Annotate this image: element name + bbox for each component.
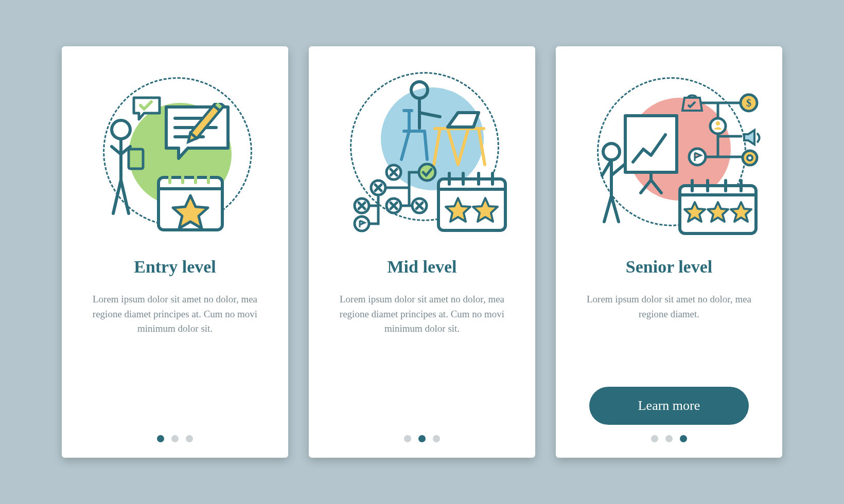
svg-rect-21 bbox=[438, 179, 505, 230]
calendar-2star-icon bbox=[435, 170, 509, 234]
svg-point-32 bbox=[716, 121, 720, 125]
dot-2[interactable] bbox=[171, 435, 179, 442]
person-clipboard-icon bbox=[100, 118, 149, 216]
calendar-3star-icon bbox=[677, 177, 759, 237]
dot-1[interactable] bbox=[651, 435, 658, 442]
dot-2[interactable] bbox=[418, 435, 426, 442]
card-description: Lorem ipsum dolor sit amet no dolor, mea… bbox=[576, 292, 762, 387]
calendar-1star-icon bbox=[154, 167, 226, 234]
org-chart-icon: $ bbox=[677, 90, 762, 180]
illustration-mid bbox=[329, 67, 515, 237]
svg-point-13 bbox=[411, 82, 428, 98]
speech-write-icon bbox=[162, 103, 244, 170]
presenter-icon bbox=[592, 111, 679, 224]
page-indicator bbox=[651, 435, 687, 442]
card-description: Lorem ipsum dolor sit amet no dolor, mea… bbox=[82, 292, 268, 435]
svg-point-35 bbox=[747, 155, 752, 160]
person-desk-icon bbox=[378, 80, 491, 170]
page-indicator bbox=[404, 435, 440, 442]
decision-tree-icon bbox=[347, 162, 440, 234]
svg-point-31 bbox=[710, 118, 726, 134]
dot-3[interactable] bbox=[433, 435, 440, 442]
svg-rect-28 bbox=[625, 116, 677, 172]
illustration-entry bbox=[82, 67, 268, 237]
svg-text:$: $ bbox=[746, 97, 751, 109]
page-indicator bbox=[157, 435, 193, 442]
card-title: Mid level bbox=[387, 257, 456, 277]
illustration-senior: $ bbox=[576, 67, 762, 237]
card-description: Lorem ipsum dolor sit amet no dolor, mea… bbox=[329, 292, 515, 435]
card-title: Senior level bbox=[626, 257, 712, 277]
dot-1[interactable] bbox=[157, 435, 164, 442]
card-title: Entry level bbox=[134, 257, 216, 277]
onboarding-card-senior: $ Senior level Lorem ipsum dolor sit ame… bbox=[556, 46, 782, 458]
dot-2[interactable] bbox=[665, 435, 673, 442]
onboarding-card-entry: Entry level Lorem ipsum dolor sit amet n… bbox=[62, 46, 288, 458]
onboarding-card-mid: Mid level Lorem ipsum dolor sit amet no … bbox=[309, 46, 535, 458]
dot-1[interactable] bbox=[404, 435, 411, 442]
dot-3[interactable] bbox=[680, 435, 687, 442]
learn-more-button[interactable]: Learn more bbox=[589, 387, 749, 425]
dot-3[interactable] bbox=[186, 435, 193, 442]
svg-point-0 bbox=[112, 120, 130, 139]
svg-point-27 bbox=[603, 143, 620, 160]
svg-rect-1 bbox=[129, 149, 143, 169]
speech-check-icon bbox=[131, 95, 162, 123]
